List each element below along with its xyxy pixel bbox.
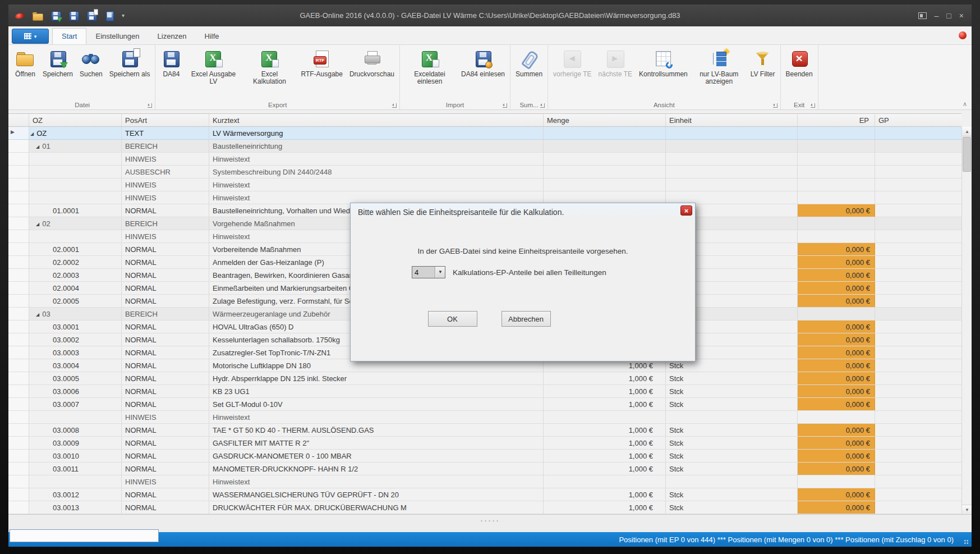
column-header-ep[interactable]: EP — [798, 114, 875, 126]
row-selector[interactable] — [8, 256, 29, 268]
table-row[interactable]: 03.0012NORMALWASSERMANGELSICHERUNG TÜV G… — [8, 488, 961, 501]
row-selector[interactable] — [8, 501, 29, 514]
table-row[interactable]: AUSBESCHRSystembeschreibung DIN 2440/244… — [8, 166, 961, 178]
minimize-button[interactable]: – — [935, 12, 939, 20]
ribbon-button-excel-ausgabe-lv[interactable]: Excel Ausgabe LV — [185, 48, 241, 87]
table-row[interactable]: 03.0005NORMALHydr. Absperrklappe DN 125 … — [8, 372, 961, 385]
resize-grip-icon[interactable] — [964, 539, 969, 544]
table-row[interactable]: ◢01BEREICHBaustelleneinrichtung — [8, 140, 961, 153]
ribbon-button-speichern-als[interactable]: Speichern als — [106, 48, 154, 80]
column-header-posart[interactable]: PosArt — [122, 114, 209, 126]
table-row[interactable]: 03.0011NORMALMANOMETER-DRUCKKNOPF- HAHN … — [8, 463, 961, 475]
ribbon-button-speichern[interactable]: Speichern — [39, 48, 76, 80]
row-selector[interactable] — [8, 166, 29, 178]
tab-start[interactable]: Start — [52, 28, 86, 44]
scroll-up-icon[interactable]: ▲ — [962, 127, 972, 136]
row-selector[interactable] — [8, 333, 29, 346]
row-selector[interactable] — [8, 411, 29, 423]
row-selector[interactable] — [8, 178, 29, 191]
row-selector[interactable] — [8, 243, 29, 255]
column-header-menge[interactable]: Menge — [544, 114, 666, 126]
expander-icon[interactable]: ◢ — [30, 131, 34, 136]
row-selector[interactable]: ▶ — [8, 127, 29, 139]
column-header-kurztext[interactable]: Kurztext — [209, 114, 544, 126]
ribbon-button-da84[interactable]: DA84 — [157, 48, 185, 80]
ep-anteile-combobox[interactable]: 4 ▼ — [412, 266, 445, 278]
dialog-launcher-icon[interactable] — [148, 103, 152, 108]
splitter-handle[interactable]: ····· — [480, 515, 500, 525]
ribbon-collapse-icon[interactable]: ∧ — [963, 100, 967, 108]
row-selector[interactable] — [8, 140, 29, 152]
qat-save-blue-icon[interactable] — [68, 10, 79, 21]
tab-einstellungen[interactable]: Einstellungen — [86, 29, 148, 44]
ribbon-button-druckvorschau[interactable]: Druckvorschau — [346, 48, 398, 80]
qat-notebook-icon[interactable] — [104, 10, 115, 21]
row-selector[interactable] — [8, 308, 29, 320]
row-selector[interactable] — [8, 295, 29, 307]
ribbon-button-suchen[interactable]: Suchen — [76, 48, 106, 80]
row-selector[interactable] — [8, 359, 29, 372]
ribbon-button-öffnen[interactable]: Öffnen — [11, 48, 39, 80]
row-selector[interactable] — [8, 385, 29, 397]
tab-lizenzen[interactable]: Lizenzen — [149, 29, 196, 44]
table-row[interactable]: 03.0008NORMALTAE * GT 50 KD 40 - THERM. … — [8, 424, 961, 437]
table-row[interactable]: 03.0010NORMALGASDRUCK-MANOMETER 0 - 100 … — [8, 450, 961, 463]
ribbon-button-nur-lv-baum-anzeigen[interactable]: nur LV-Baum anzeigen — [691, 48, 747, 87]
dialog-launcher-icon[interactable] — [773, 103, 777, 108]
row-selector[interactable] — [8, 269, 29, 281]
row-selector[interactable] — [8, 217, 29, 230]
dialog-close-button[interactable]: × — [680, 205, 692, 216]
window-pane-icon[interactable] — [918, 12, 927, 19]
cancel-button[interactable]: Abbrechen — [501, 311, 551, 327]
expander-icon[interactable]: ◢ — [36, 144, 39, 149]
row-selector[interactable] — [8, 230, 29, 242]
table-row[interactable]: 03.0009NORMALGASFILTER MIT MATTE R 2"1,0… — [8, 437, 961, 450]
table-row[interactable]: 03.0013NORMALDRUCKWÄCHTER FÜR MAX. DRUCK… — [8, 501, 961, 514]
column-header-oz[interactable]: OZ — [29, 114, 122, 126]
row-selector[interactable] — [8, 153, 29, 165]
row-selector[interactable] — [8, 450, 29, 462]
ribbon-button-summen[interactable]: Summen — [512, 48, 546, 80]
row-selector[interactable] — [8, 424, 29, 436]
ribbon-button-beenden[interactable]: Beenden — [783, 48, 816, 80]
combobox-dropdown-icon[interactable]: ▼ — [435, 267, 445, 278]
table-row[interactable]: ▶◢OZTEXTLV Wärmeversorgung — [8, 127, 961, 140]
row-selector[interactable] — [8, 488, 29, 501]
row-selector[interactable] — [8, 372, 29, 384]
qat-dropdown-icon[interactable]: ▾ — [122, 12, 125, 19]
tab-hilfe[interactable]: Hilfe — [196, 29, 228, 44]
column-header-gp[interactable]: GP — [875, 114, 961, 126]
row-selector[interactable] — [8, 398, 29, 410]
column-header-selector[interactable] — [8, 114, 29, 126]
scrollbar-thumb[interactable] — [963, 137, 971, 172]
dialog-launcher-icon[interactable] — [503, 103, 507, 108]
table-row[interactable]: 03.0007NORMALSet GLT-Modul 0-10V1,000 €S… — [8, 398, 961, 411]
ribbon-button-rtf-ausgabe[interactable]: RTF-Ausgabe — [297, 48, 346, 80]
maximize-button[interactable]: □ — [946, 12, 951, 20]
row-selector[interactable] — [8, 191, 29, 204]
ribbon-button-da84-einlesen[interactable]: DA84 einlesen — [458, 48, 508, 80]
row-selector[interactable] — [8, 437, 29, 449]
row-selector[interactable] — [8, 463, 29, 475]
ribbon-button-exceldatei-einlesen[interactable]: Exceldatei einlesen — [402, 48, 458, 87]
column-header-einheit[interactable]: Einheit — [666, 114, 798, 126]
table-row[interactable]: HINWEISHinweistext — [8, 475, 961, 488]
row-selector[interactable] — [8, 282, 29, 294]
ribbon-button-lv-filter[interactable]: LV Filter — [747, 48, 779, 80]
table-row[interactable]: HINWEISHinweistext — [8, 411, 961, 424]
ok-button[interactable]: OK — [428, 311, 477, 327]
table-row[interactable]: HINWEISHinweistext — [8, 153, 961, 166]
row-selector[interactable] — [8, 321, 29, 333]
close-button[interactable]: × — [959, 12, 964, 20]
row-selector[interactable] — [8, 204, 29, 217]
dialog-launcher-icon[interactable] — [811, 103, 815, 108]
qat-open-icon[interactable] — [32, 10, 43, 21]
qat-save-icon[interactable] — [50, 10, 61, 21]
expander-icon[interactable]: ◢ — [36, 222, 39, 227]
expander-icon[interactable]: ◢ — [36, 312, 39, 317]
table-row[interactable]: HINWEISHinweistext — [8, 178, 961, 191]
ribbon-button-excel-kalkulation[interactable]: Excel Kalkulation — [241, 48, 297, 87]
vertical-scrollbar[interactable]: ▲ ▼ — [961, 127, 972, 514]
table-row[interactable]: 03.0006NORMALKB 23 UG11,000 €Stck0,000 € — [8, 385, 961, 398]
scroll-down-icon[interactable]: ▼ — [962, 505, 972, 514]
